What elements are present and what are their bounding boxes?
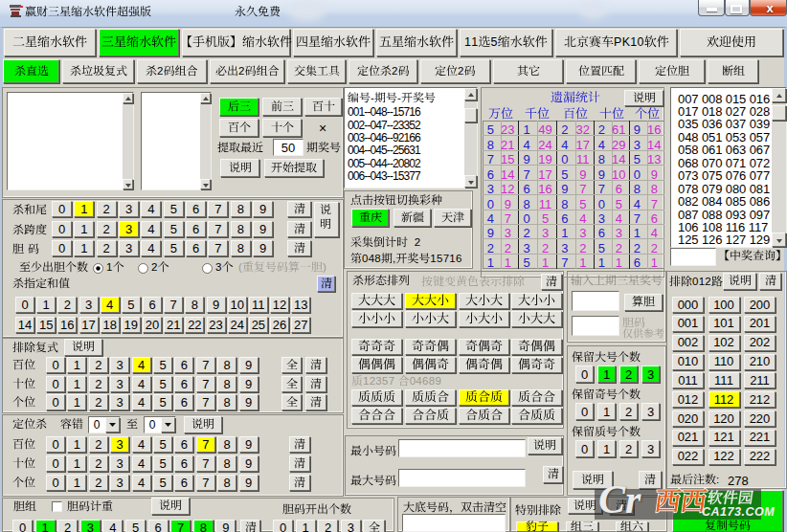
svg-text:4: 4 — [416, 375, 422, 387]
svg-text:4: 4 — [369, 253, 375, 264]
svg-text:6: 6 — [422, 375, 428, 387]
svg-text:1: 1 — [363, 375, 369, 387]
svg-text:7: 7 — [443, 253, 449, 264]
svg-text:0: 0 — [410, 375, 416, 387]
svg-text:1: 1 — [449, 253, 455, 264]
svg-text:P: P — [614, 35, 621, 49]
svg-text:0: 0 — [692, 276, 698, 287]
svg-text:7: 7 — [389, 375, 394, 387]
svg-text:8: 8 — [374, 253, 380, 264]
svg-text:-: - — [397, 92, 401, 103]
svg-text:2: 2 — [151, 261, 157, 273]
svg-text:3: 3 — [375, 375, 381, 387]
svg-text:2: 2 — [458, 65, 463, 77]
svg-text:6: 6 — [456, 253, 461, 264]
svg-text:5: 5 — [437, 253, 442, 264]
svg-text:2: 2 — [238, 65, 244, 77]
svg-text::: : — [716, 474, 719, 485]
svg-text:1: 1 — [471, 35, 478, 49]
svg-text:5: 5 — [382, 375, 388, 387]
svg-text:1: 1 — [106, 261, 112, 273]
svg-text:2: 2 — [370, 375, 375, 387]
svg-text:3: 3 — [215, 261, 221, 273]
svg-text:5: 5 — [491, 35, 498, 49]
svg-text:(: ( — [238, 261, 242, 273]
svg-text:2: 2 — [705, 276, 710, 287]
svg-text:0: 0 — [362, 253, 368, 264]
svg-text:1: 1 — [464, 35, 471, 49]
svg-text:2: 2 — [392, 65, 397, 77]
svg-text:-: - — [371, 92, 374, 103]
svg-text:2: 2 — [415, 236, 420, 248]
svg-text:9: 9 — [435, 375, 440, 387]
svg-text:): ) — [323, 261, 326, 273]
svg-text:,: , — [393, 253, 395, 264]
svg-text:1: 1 — [699, 276, 705, 287]
svg-text:1: 1 — [630, 35, 637, 49]
svg-text:2: 2 — [157, 65, 163, 77]
svg-text:8: 8 — [429, 375, 435, 387]
svg-text:1: 1 — [430, 253, 436, 264]
svg-text:0: 0 — [637, 35, 643, 49]
svg-text:K: K — [621, 35, 630, 49]
